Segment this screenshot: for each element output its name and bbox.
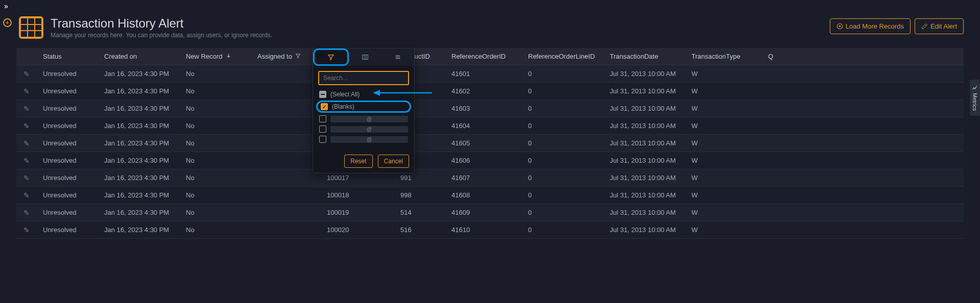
table-row: ✎UnresolvedJan 16, 2023 4:30 PMNo1000195… [16, 204, 964, 221]
edit-row-icon[interactable]: ✎ [23, 105, 30, 113]
col-tx-type[interactable]: TransactionType [685, 53, 762, 60]
cell-refl: 0 [522, 122, 604, 130]
table-row: ✎UnresolvedJan 16, 2023 4:30 PMNo9774160… [16, 117, 964, 135]
edit-row-icon[interactable]: ✎ [23, 70, 30, 78]
cell-new: No [180, 174, 251, 182]
col-new-record[interactable]: New Record [180, 53, 251, 60]
filter-tab-columns[interactable] [349, 48, 381, 66]
cell-ref: 41605 [445, 139, 522, 147]
edit-row-icon[interactable]: ✎ [23, 191, 30, 199]
cell-new: No [180, 191, 251, 199]
cell-type: W [685, 209, 762, 216]
metrics-tab[interactable]: Metrics [970, 80, 980, 116]
edit-row-icon[interactable]: ✎ [23, 122, 30, 130]
cell-refl: 0 [522, 174, 604, 182]
filter-reset-button[interactable]: Reset [344, 155, 372, 168]
col-tx-date[interactable]: TransactionDate [604, 53, 685, 60]
edit-row-icon[interactable]: ✎ [23, 209, 30, 217]
checkbox-checked-icon [321, 103, 328, 110]
cell-created: Jan 16, 2023 4:30 PM [98, 87, 180, 95]
cell-prod: 998 [394, 191, 445, 199]
filter-tab-menu[interactable] [381, 48, 414, 66]
cell-type: W [685, 70, 762, 78]
cell-ref: 41607 [445, 174, 522, 182]
cell-new: No [180, 87, 251, 95]
cell-created: Jan 16, 2023 4:30 PM [98, 70, 180, 78]
cell-refl: 0 [522, 226, 604, 234]
col-ref-order-line[interactable]: ReferenceOrderLineID [522, 53, 604, 60]
edit-icon [921, 23, 928, 30]
cell-new: No [180, 139, 251, 147]
edit-row-icon[interactable]: ✎ [23, 87, 30, 95]
cell-date: Jul 31, 2013 10:00 AM [604, 105, 685, 112]
cell-type: W [685, 87, 762, 95]
cell-date: Jul 31, 2013 10:00 AM [604, 174, 685, 182]
cell-created: Jan 16, 2023 4:30 PM [98, 174, 180, 182]
plus-circle-icon [836, 23, 843, 30]
col-ref-order-id[interactable]: ReferenceOrderID [445, 53, 522, 60]
columns-icon [362, 54, 369, 61]
add-icon[interactable]: + [3, 18, 12, 27]
edit-row-icon[interactable]: ✎ [23, 139, 30, 147]
cell-new: No [180, 226, 251, 234]
cell-txid: 100017 [313, 174, 394, 182]
cell-created: Jan 16, 2023 4:30 PM [98, 191, 180, 199]
table-row: ✎UnresolvedJan 16, 2023 4:30 PMNo1000205… [16, 221, 964, 239]
table-row: ✎UnresolvedJan 16, 2023 4:30 PMNo1000179… [16, 169, 964, 187]
cell-created: Jan 16, 2023 4:30 PM [98, 139, 180, 147]
cell-date: Jul 31, 2013 10:00 AM [604, 70, 685, 78]
filter-cancel-button[interactable]: Cancel [378, 155, 409, 168]
cell-prod: 514 [394, 209, 445, 216]
table-header-row: Status Created on New Record Assigned to… [16, 48, 964, 65]
cell-date: Jul 31, 2013 10:00 AM [604, 139, 685, 147]
filter-tab-values[interactable] [313, 48, 349, 66]
filter-icon [295, 53, 301, 60]
filter-blanks[interactable]: (Blanks) [316, 100, 411, 113]
page-subtitle: Manage your records here. You can provid… [51, 32, 272, 39]
filter-option[interactable]: @ [318, 134, 409, 144]
cell-txid: 100019 [313, 209, 394, 216]
col-qty[interactable]: Q [762, 53, 777, 60]
cell-ref: 41608 [445, 191, 522, 199]
expand-chevron-icon[interactable]: » [4, 2, 8, 10]
filter-option[interactable]: @ [318, 114, 409, 124]
edit-alert-button[interactable]: Edit Alert [915, 18, 964, 34]
cell-ref: 41604 [445, 122, 522, 130]
menu-icon [394, 54, 401, 61]
cell-new: No [180, 70, 251, 78]
cell-status: Unresolved [37, 87, 98, 95]
table-row: ✎UnresolvedJan 16, 2023 4:30 PMNo9724160… [16, 65, 964, 83]
checkbox-empty-icon [319, 115, 326, 122]
col-assigned[interactable]: Assigned to [251, 53, 313, 60]
cell-status: Unresolved [37, 122, 98, 130]
cell-refl: 0 [522, 209, 604, 216]
filter-select-all[interactable]: (Select All) [318, 89, 409, 99]
edit-row-icon[interactable]: ✎ [23, 174, 30, 182]
cell-refl: 0 [522, 191, 604, 199]
cell-created: Jan 16, 2023 4:30 PM [98, 157, 180, 164]
filter-search-input[interactable] [318, 71, 409, 85]
svg-rect-1 [363, 55, 368, 60]
cell-date: Jul 31, 2013 10:00 AM [604, 226, 685, 234]
cell-status: Unresolved [37, 191, 98, 199]
cell-status: Unresolved [37, 139, 98, 147]
filter-option[interactable]: @ [318, 124, 409, 134]
load-more-button[interactable]: Load More Records [830, 18, 911, 34]
cell-created: Jan 16, 2023 4:30 PM [98, 122, 180, 130]
cell-status: Unresolved [37, 174, 98, 182]
cell-type: W [685, 174, 762, 182]
checkbox-empty-icon [319, 125, 326, 133]
col-status[interactable]: Status [37, 53, 98, 60]
edit-row-icon[interactable]: ✎ [23, 157, 30, 165]
cell-created: Jan 16, 2023 4:30 PM [98, 226, 180, 234]
cell-type: W [685, 157, 762, 164]
cell-status: Unresolved [37, 157, 98, 164]
cell-new: No [180, 157, 251, 164]
edit-row-icon[interactable]: ✎ [23, 226, 30, 234]
records-table: Status Created on New Record Assigned to… [16, 48, 964, 239]
cell-date: Jul 31, 2013 10:00 AM [604, 157, 685, 164]
table-row: ✎UnresolvedJan 16, 2023 4:30 PMNo9744160… [16, 100, 964, 117]
sort-desc-icon [226, 53, 231, 60]
col-created[interactable]: Created on [98, 53, 180, 60]
cell-created: Jan 16, 2023 4:30 PM [98, 209, 180, 216]
